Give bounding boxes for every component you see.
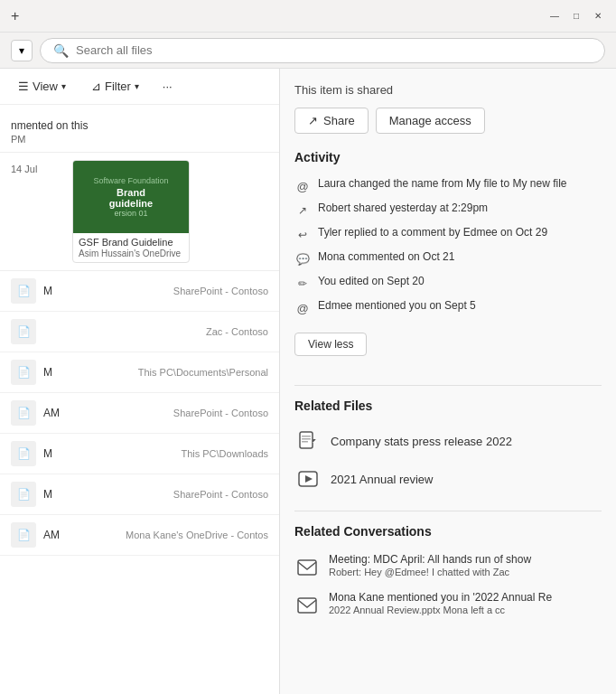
view-button[interactable]: ☰ View ▾ bbox=[11, 76, 73, 97]
doc-file-icon bbox=[294, 427, 322, 455]
window-chrome: + — □ ✕ bbox=[0, 0, 616, 33]
brand-guideline-card[interactable]: Software Foundation Brand guideline ersi… bbox=[72, 160, 190, 263]
main-layout: ☰ View ▾ ⊿ Filter ▾ ··· nmented on this … bbox=[0, 69, 616, 694]
view-less-button[interactable]: View less bbox=[294, 333, 367, 356]
item-location: This PC\Documents\Personal bbox=[138, 367, 268, 378]
activity-item: @ Edmee mentioned you on Sept 5 bbox=[294, 295, 602, 320]
activity-list: @ Laura changed the name from My file to… bbox=[294, 174, 602, 320]
related-file-name: 2021 Annual review bbox=[331, 473, 433, 486]
activity-icon-mention: @ bbox=[294, 300, 311, 316]
manage-access-button[interactable]: Manage access bbox=[376, 108, 485, 134]
search-input[interactable] bbox=[76, 43, 592, 57]
window-right-controls[interactable]: — □ ✕ bbox=[547, 9, 605, 23]
conv-sub-2: 2022 Annual Review.pptx Mona left a cc bbox=[329, 605, 552, 615]
item-name: AM bbox=[43, 529, 60, 541]
filter-chevron-icon: ▾ bbox=[135, 81, 139, 91]
share-label: Share bbox=[323, 114, 355, 127]
brand-version: ersion 01 bbox=[93, 209, 168, 218]
video-file-icon bbox=[294, 465, 322, 492]
related-files-title: Related Files bbox=[294, 399, 602, 413]
right-panel: This item is shared ↗ Share Manage acces… bbox=[280, 69, 616, 694]
comment-time: PM bbox=[11, 134, 268, 145]
item-location: SharePoint - Contoso bbox=[173, 489, 268, 500]
list-item[interactable]: 📄 AM Mona Kane's OneDrive - Contos bbox=[0, 515, 279, 556]
activity-icon-at: @ bbox=[294, 178, 311, 194]
file-card-date: 14 Jul bbox=[11, 160, 65, 263]
file-icon: 📄 bbox=[11, 441, 36, 466]
email-icon bbox=[294, 555, 320, 580]
related-files-section: Related Files Company stats press releas… bbox=[294, 399, 602, 498]
activity-item: ↩ Tyler replied to a comment by Edmee on… bbox=[294, 222, 602, 247]
share-button[interactable]: ↗ Share bbox=[294, 108, 369, 134]
svg-rect-1 bbox=[302, 436, 311, 437]
svg-rect-9 bbox=[298, 598, 316, 613]
search-icon: 🔍 bbox=[53, 43, 69, 58]
conversation-item[interactable]: Mona Kane mentioned you in '2022 Annual … bbox=[294, 586, 602, 624]
address-bar: ▾ 🔍 bbox=[0, 33, 616, 69]
brand-title: Brand bbox=[93, 187, 168, 198]
search-box[interactable]: 🔍 bbox=[40, 38, 605, 63]
activity-item: @ Laura changed the name from My file to… bbox=[294, 174, 602, 198]
list-item[interactable]: 📄 M SharePoint - Contoso bbox=[0, 271, 279, 312]
action-buttons-row: ↗ Share Manage access bbox=[294, 108, 602, 134]
conversation-text: Mona Kane mentioned you in '2022 Annual … bbox=[329, 591, 552, 615]
item-name: M bbox=[43, 366, 52, 379]
divider-2 bbox=[294, 511, 602, 511]
filter-icon: ⊿ bbox=[91, 80, 101, 93]
toolbar: ☰ View ▾ ⊿ Filter ▾ ··· bbox=[0, 69, 279, 105]
related-file-item[interactable]: Company stats press release 2022 bbox=[294, 422, 602, 460]
file-list: nmented on this PM 14 Jul Software Found… bbox=[0, 105, 279, 690]
minimize-button[interactable]: — bbox=[547, 9, 562, 23]
list-item[interactable]: 📄 Zac - Contoso bbox=[0, 312, 279, 352]
nav-dropdown-button[interactable]: ▾ bbox=[11, 40, 33, 61]
activity-text: You edited on Sept 20 bbox=[318, 275, 425, 287]
related-conversations-section: Related Conversations Meeting: MDC April… bbox=[294, 524, 602, 624]
list-item[interactable]: 📄 M SharePoint - Contoso bbox=[0, 474, 279, 515]
window-left-controls: + bbox=[11, 8, 19, 24]
card-filename: GSF Brand Guideline bbox=[79, 237, 183, 248]
activity-icon-reply: ↩ bbox=[294, 227, 311, 243]
close-button[interactable]: ✕ bbox=[591, 9, 605, 23]
activity-section: Activity @ Laura changed the name from M… bbox=[294, 150, 602, 372]
item-location: SharePoint - Contoso bbox=[173, 286, 268, 296]
new-tab-icon[interactable]: + bbox=[11, 8, 19, 24]
filter-button[interactable]: ⊿ Filter ▾ bbox=[84, 76, 146, 97]
file-icon: 📄 bbox=[11, 482, 36, 507]
divider bbox=[294, 385, 602, 386]
related-conversations-title: Related Conversations bbox=[294, 524, 602, 539]
related-file-item[interactable]: 2021 Annual review bbox=[294, 460, 602, 498]
item-location: Zac - Contoso bbox=[206, 326, 268, 337]
email-icon-2 bbox=[294, 593, 320, 618]
activity-text: Laura changed the name from My file to M… bbox=[318, 177, 566, 190]
activity-item: 💬 Mona commented on Oct 21 bbox=[294, 247, 602, 271]
comment-title: nmented on this bbox=[11, 119, 268, 132]
list-item[interactable]: 📄 M This PC\Documents\Personal bbox=[0, 352, 279, 393]
hamburger-icon: ☰ bbox=[18, 80, 29, 93]
conv-sub: Robert: Hey @Edmee! I chatted with Zac bbox=[329, 567, 531, 577]
item-name: M bbox=[43, 285, 52, 297]
view-label: View bbox=[33, 80, 58, 93]
file-cards-row: 14 Jul Software Foundation Brand guideli… bbox=[0, 153, 279, 271]
activity-text: Edmee mentioned you on Sept 5 bbox=[318, 299, 476, 312]
chevron-down-icon: ▾ bbox=[19, 44, 24, 57]
list-item[interactable]: 📄 AM SharePoint - Contoso bbox=[0, 393, 279, 434]
file-icon: 📄 bbox=[11, 522, 36, 548]
card-info: GSF Brand Guideline Asim Hussain's OneDr… bbox=[73, 233, 189, 262]
maximize-button[interactable]: □ bbox=[569, 9, 583, 23]
left-panel: ☰ View ▾ ⊿ Filter ▾ ··· nmented on this … bbox=[0, 69, 280, 694]
svg-rect-2 bbox=[302, 438, 311, 440]
activity-icon-comment: 💬 bbox=[294, 251, 311, 267]
comment-card[interactable]: nmented on this PM bbox=[0, 112, 279, 153]
card-preview: Software Foundation Brand guideline ersi… bbox=[73, 161, 189, 233]
card-location: Asim Hussain's OneDrive bbox=[79, 249, 183, 258]
shared-label: This item is shared bbox=[294, 83, 602, 97]
svg-rect-3 bbox=[302, 441, 308, 443]
item-name: AM bbox=[43, 407, 60, 419]
more-options-button[interactable]: ··· bbox=[157, 76, 178, 97]
list-item[interactable]: 📄 M This PC\Downloads bbox=[0, 434, 279, 474]
activity-icon-share: ↗ bbox=[294, 202, 311, 219]
activity-text: Tyler replied to a comment by Edmee on O… bbox=[318, 226, 547, 239]
svg-rect-8 bbox=[298, 560, 316, 575]
conversation-item[interactable]: Meeting: MDC April: All hands run of sho… bbox=[294, 548, 602, 586]
item-location: This PC\Downloads bbox=[181, 448, 268, 459]
